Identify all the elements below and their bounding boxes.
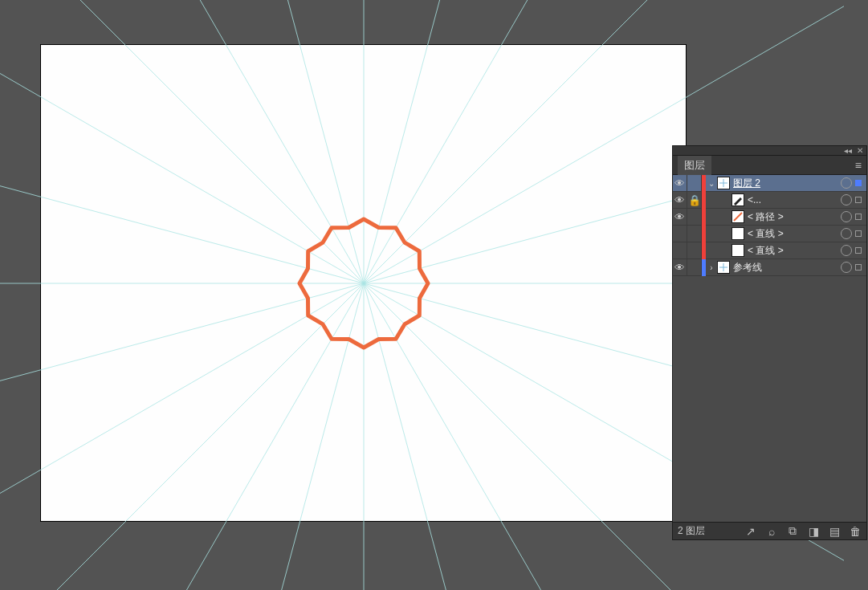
expand-toggle[interactable]: ›: [706, 263, 717, 272]
target-icon[interactable]: [841, 177, 852, 189]
selection-indicator[interactable]: [855, 214, 862, 220]
visibility-toggle[interactable]: 👁: [673, 209, 687, 226]
selection-indicator[interactable]: [855, 230, 862, 237]
layer-row[interactable]: 👁< 路径 >: [673, 209, 866, 226]
tab-layers[interactable]: 图层: [678, 156, 711, 175]
layer-name-label[interactable]: 参考线: [733, 261, 837, 275]
expand-toggle[interactable]: ⌄: [706, 179, 717, 188]
layers-panel: ◂◂ ✕ 图层 ≡ 👁⌄图层 2👁🔒<...👁< 路径 >< 直线 >< 直线 …: [672, 145, 867, 540]
layer-name-label[interactable]: <...: [748, 194, 837, 205]
selection-indicator[interactable]: [855, 197, 862, 203]
visibility-toggle[interactable]: 👁: [673, 192, 687, 209]
selection-indicator[interactable]: [855, 264, 862, 271]
search-icon[interactable]: ⌕: [765, 525, 778, 538]
target-icon[interactable]: [841, 262, 852, 273]
layer-thumbnail[interactable]: [731, 210, 744, 223]
layer-name-label[interactable]: < 直线 >: [748, 227, 837, 241]
layer-thumbnail[interactable]: [731, 227, 744, 240]
target-icon[interactable]: [841, 228, 852, 239]
layer-row[interactable]: 👁⌄图层 2: [673, 175, 866, 192]
layer-name-label[interactable]: 图层 2: [733, 177, 837, 190]
lock-toggle[interactable]: 🔒: [687, 192, 702, 209]
layer-row[interactable]: 👁🔒<...: [673, 192, 866, 209]
lock-toggle[interactable]: [687, 259, 702, 276]
new-layer-icon[interactable]: ▤: [828, 525, 841, 538]
close-icon[interactable]: ✕: [857, 146, 863, 155]
layer-name-label[interactable]: < 路径 >: [748, 210, 837, 224]
visibility-toggle[interactable]: [673, 242, 687, 259]
layer-row[interactable]: < 直线 >: [673, 226, 866, 242]
layer-name-label[interactable]: < 直线 >: [748, 244, 837, 258]
indent: [706, 192, 720, 209]
artboard[interactable]: [40, 44, 687, 522]
layer-count-label: 2 图层: [678, 524, 736, 538]
panel-tabs: 图层 ≡: [673, 156, 866, 175]
selection-indicator[interactable]: [855, 247, 862, 254]
visibility-toggle[interactable]: [673, 226, 687, 242]
layer-thumbnail[interactable]: [731, 193, 744, 206]
layer-thumbnail[interactable]: [717, 261, 730, 274]
panel-menu-icon[interactable]: ≡: [855, 159, 862, 172]
indent: [706, 242, 720, 259]
indent: [706, 226, 720, 242]
collect-icon[interactable]: ⧉: [786, 524, 799, 538]
target-icon[interactable]: [841, 211, 852, 222]
layer-row[interactable]: 👁›参考线: [673, 259, 866, 276]
svg-line-27: [734, 213, 742, 221]
lock-toggle[interactable]: [687, 209, 702, 226]
layer-thumbnail[interactable]: [717, 177, 730, 189]
lock-toggle[interactable]: [687, 226, 702, 242]
lock-toggle[interactable]: [687, 175, 702, 192]
trash-icon[interactable]: 🗑: [849, 525, 862, 538]
locate-icon[interactable]: ↗: [744, 525, 757, 538]
visibility-toggle[interactable]: 👁: [673, 175, 687, 192]
collapse-icon[interactable]: ◂◂: [844, 146, 852, 155]
visibility-toggle[interactable]: 👁: [673, 259, 687, 276]
target-icon[interactable]: [841, 194, 852, 205]
layer-list: 👁⌄图层 2👁🔒<...👁< 路径 >< 直线 >< 直线 >👁›参考线: [673, 175, 866, 522]
panel-footer: 2 图层 ↗ ⌕ ⧉ ◨ ▤ 🗑: [673, 522, 866, 539]
layer-thumbnail[interactable]: [731, 244, 744, 257]
panel-titlebar[interactable]: ◂◂ ✕: [673, 146, 866, 156]
target-icon[interactable]: [841, 245, 852, 256]
indent: [706, 209, 720, 226]
new-sublayer-icon[interactable]: ◨: [807, 525, 820, 538]
workspace: ◂◂ ✕ 图层 ≡ 👁⌄图层 2👁🔒<...👁< 路径 >< 直线 >< 直线 …: [0, 0, 868, 590]
selection-indicator[interactable]: [855, 180, 862, 186]
lock-toggle[interactable]: [687, 242, 702, 259]
layer-row[interactable]: < 直线 >: [673, 242, 866, 259]
